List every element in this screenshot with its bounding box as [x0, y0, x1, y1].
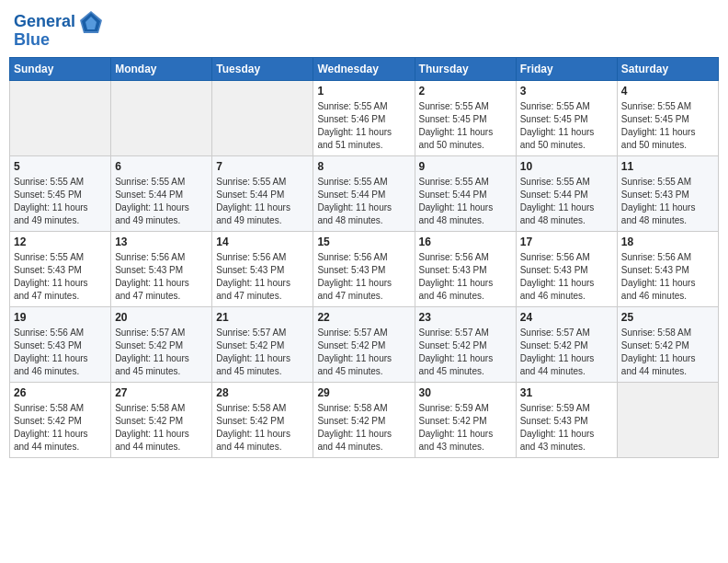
- day-number: 2: [419, 85, 512, 98]
- calendar-cell: 28Sunrise: 5:58 AM Sunset: 5:42 PM Dayli…: [212, 382, 313, 457]
- calendar-cell: 12Sunrise: 5:55 AM Sunset: 5:43 PM Dayli…: [10, 231, 111, 306]
- day-number: 20: [115, 311, 208, 324]
- weekday-header: Thursday: [415, 57, 516, 80]
- calendar-cell: 26Sunrise: 5:58 AM Sunset: 5:42 PM Dayli…: [10, 382, 111, 457]
- day-info: Sunrise: 5:55 AM Sunset: 5:44 PM Dayligh…: [317, 176, 410, 227]
- day-number: 28: [216, 386, 309, 399]
- day-number: 3: [520, 85, 613, 98]
- day-number: 10: [520, 160, 613, 173]
- calendar-cell: 8Sunrise: 5:55 AM Sunset: 5:44 PM Daylig…: [313, 155, 415, 231]
- day-number: 17: [520, 236, 613, 248]
- day-info: Sunrise: 5:57 AM Sunset: 5:42 PM Dayligh…: [419, 327, 512, 378]
- calendar-week-row: 19Sunrise: 5:56 AM Sunset: 5:43 PM Dayli…: [10, 306, 719, 382]
- day-number: 23: [419, 311, 512, 324]
- calendar-week-row: 12Sunrise: 5:55 AM Sunset: 5:43 PM Dayli…: [10, 231, 719, 306]
- day-number: 19: [14, 311, 107, 324]
- day-number: 7: [216, 160, 309, 173]
- day-number: 12: [14, 236, 107, 248]
- day-info: Sunrise: 5:56 AM Sunset: 5:43 PM Dayligh…: [621, 251, 714, 303]
- calendar-cell: 2Sunrise: 5:55 AM Sunset: 5:45 PM Daylig…: [415, 80, 516, 155]
- day-info: Sunrise: 5:56 AM Sunset: 5:43 PM Dayligh…: [520, 251, 613, 303]
- day-number: 5: [14, 160, 107, 173]
- page-header: General Blue: [9, 9, 719, 50]
- calendar-cell: 27Sunrise: 5:58 AM Sunset: 5:42 PM Dayli…: [111, 382, 212, 457]
- calendar-week-row: 5Sunrise: 5:55 AM Sunset: 5:45 PM Daylig…: [10, 155, 719, 231]
- calendar-cell: [10, 80, 111, 155]
- calendar-cell: 1Sunrise: 5:55 AM Sunset: 5:46 PM Daylig…: [313, 80, 415, 155]
- day-info: Sunrise: 5:56 AM Sunset: 5:43 PM Dayligh…: [14, 327, 107, 378]
- calendar-cell: 4Sunrise: 5:55 AM Sunset: 5:45 PM Daylig…: [617, 80, 718, 155]
- calendar-cell: 9Sunrise: 5:55 AM Sunset: 5:44 PM Daylig…: [415, 155, 516, 231]
- day-number: 15: [317, 236, 410, 248]
- day-info: Sunrise: 5:57 AM Sunset: 5:42 PM Dayligh…: [216, 327, 309, 378]
- logo: General Blue: [14, 9, 104, 50]
- day-info: Sunrise: 5:55 AM Sunset: 5:45 PM Dayligh…: [419, 100, 512, 152]
- day-info: Sunrise: 5:58 AM Sunset: 5:42 PM Dayligh…: [115, 402, 208, 454]
- day-info: Sunrise: 5:55 AM Sunset: 5:44 PM Dayligh…: [115, 176, 208, 227]
- day-number: 25: [621, 311, 714, 324]
- calendar-cell: 29Sunrise: 5:58 AM Sunset: 5:42 PM Dayli…: [313, 382, 415, 457]
- day-info: Sunrise: 5:55 AM Sunset: 5:43 PM Dayligh…: [621, 176, 714, 227]
- day-info: Sunrise: 5:58 AM Sunset: 5:42 PM Dayligh…: [14, 402, 107, 454]
- day-number: 16: [419, 236, 512, 248]
- day-info: Sunrise: 5:57 AM Sunset: 5:42 PM Dayligh…: [115, 327, 208, 378]
- logo-text: General: [14, 13, 75, 31]
- calendar-cell: 5Sunrise: 5:55 AM Sunset: 5:45 PM Daylig…: [10, 155, 111, 231]
- day-info: Sunrise: 5:55 AM Sunset: 5:45 PM Dayligh…: [621, 100, 714, 152]
- day-info: Sunrise: 5:59 AM Sunset: 5:42 PM Dayligh…: [419, 402, 512, 454]
- calendar-cell: 7Sunrise: 5:55 AM Sunset: 5:44 PM Daylig…: [212, 155, 313, 231]
- calendar-cell: [212, 80, 313, 155]
- calendar-cell: 31Sunrise: 5:59 AM Sunset: 5:43 PM Dayli…: [516, 382, 617, 457]
- day-number: 6: [115, 160, 208, 173]
- day-info: Sunrise: 5:55 AM Sunset: 5:45 PM Dayligh…: [14, 176, 107, 227]
- day-number: 31: [520, 386, 613, 399]
- calendar-cell: 10Sunrise: 5:55 AM Sunset: 5:44 PM Dayli…: [516, 155, 617, 231]
- calendar-cell: 14Sunrise: 5:56 AM Sunset: 5:43 PM Dayli…: [212, 231, 313, 306]
- day-number: 14: [216, 236, 309, 248]
- day-number: 30: [419, 386, 512, 399]
- day-info: Sunrise: 5:57 AM Sunset: 5:42 PM Dayligh…: [520, 327, 613, 378]
- day-info: Sunrise: 5:58 AM Sunset: 5:42 PM Dayligh…: [621, 327, 714, 378]
- weekday-header: Monday: [111, 57, 212, 80]
- day-number: 18: [621, 236, 714, 248]
- weekday-header: Friday: [516, 57, 617, 80]
- day-info: Sunrise: 5:56 AM Sunset: 5:43 PM Dayligh…: [419, 251, 512, 303]
- calendar-cell: 22Sunrise: 5:57 AM Sunset: 5:42 PM Dayli…: [313, 306, 415, 382]
- calendar-cell: 13Sunrise: 5:56 AM Sunset: 5:43 PM Dayli…: [111, 231, 212, 306]
- calendar-cell: 15Sunrise: 5:56 AM Sunset: 5:43 PM Dayli…: [313, 231, 415, 306]
- day-info: Sunrise: 5:56 AM Sunset: 5:43 PM Dayligh…: [317, 251, 410, 303]
- day-number: 21: [216, 311, 309, 324]
- day-number: 9: [419, 160, 512, 173]
- calendar-cell: [617, 382, 718, 457]
- day-info: Sunrise: 5:55 AM Sunset: 5:44 PM Dayligh…: [216, 176, 309, 227]
- calendar-cell: 30Sunrise: 5:59 AM Sunset: 5:42 PM Dayli…: [415, 382, 516, 457]
- day-number: 4: [621, 85, 714, 98]
- day-number: 26: [14, 386, 107, 399]
- day-info: Sunrise: 5:55 AM Sunset: 5:45 PM Dayligh…: [520, 100, 613, 152]
- calendar-cell: 11Sunrise: 5:55 AM Sunset: 5:43 PM Dayli…: [617, 155, 718, 231]
- day-number: 22: [317, 311, 410, 324]
- day-info: Sunrise: 5:55 AM Sunset: 5:44 PM Dayligh…: [419, 176, 512, 227]
- day-info: Sunrise: 5:57 AM Sunset: 5:42 PM Dayligh…: [317, 327, 410, 378]
- day-info: Sunrise: 5:59 AM Sunset: 5:43 PM Dayligh…: [520, 402, 613, 454]
- day-info: Sunrise: 5:55 AM Sunset: 5:46 PM Dayligh…: [317, 100, 410, 152]
- day-number: 1: [317, 85, 410, 98]
- day-number: 29: [317, 386, 410, 399]
- weekday-header: Tuesday: [212, 57, 313, 80]
- day-info: Sunrise: 5:56 AM Sunset: 5:43 PM Dayligh…: [216, 251, 309, 303]
- day-number: 11: [621, 160, 714, 173]
- calendar-table: SundayMondayTuesdayWednesdayThursdayFrid…: [9, 57, 719, 458]
- day-info: Sunrise: 5:58 AM Sunset: 5:42 PM Dayligh…: [216, 402, 309, 454]
- calendar-cell: 19Sunrise: 5:56 AM Sunset: 5:43 PM Dayli…: [10, 306, 111, 382]
- day-info: Sunrise: 5:58 AM Sunset: 5:42 PM Dayligh…: [317, 402, 410, 454]
- calendar-cell: 24Sunrise: 5:57 AM Sunset: 5:42 PM Dayli…: [516, 306, 617, 382]
- calendar-cell: 3Sunrise: 5:55 AM Sunset: 5:45 PM Daylig…: [516, 80, 617, 155]
- day-number: 27: [115, 386, 208, 399]
- calendar-week-row: 26Sunrise: 5:58 AM Sunset: 5:42 PM Dayli…: [10, 382, 719, 457]
- weekday-header: Sunday: [10, 57, 111, 80]
- weekday-header: Saturday: [617, 57, 718, 80]
- calendar-cell: 16Sunrise: 5:56 AM Sunset: 5:43 PM Dayli…: [415, 231, 516, 306]
- day-info: Sunrise: 5:55 AM Sunset: 5:44 PM Dayligh…: [520, 176, 613, 227]
- calendar-cell: 18Sunrise: 5:56 AM Sunset: 5:43 PM Dayli…: [617, 231, 718, 306]
- logo-blue-text: Blue: [14, 31, 50, 50]
